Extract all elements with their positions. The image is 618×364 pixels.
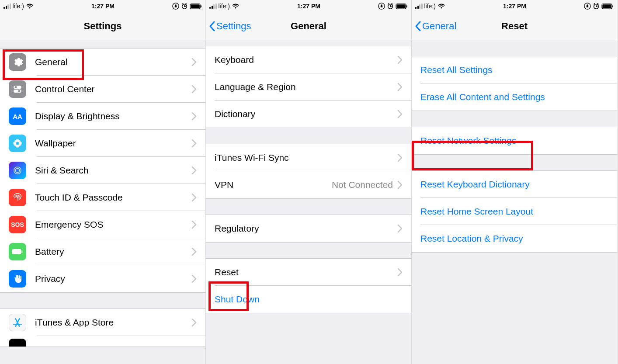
reset-screen: life:) 1:27 PM General Reset Reset All S… bbox=[412, 0, 618, 364]
settings-row-sos[interactable]: SOS Emergency SOS bbox=[0, 211, 205, 238]
general-row-keyboard[interactable]: Keyboard bbox=[206, 46, 411, 73]
reset-row-network[interactable]: Reset Network Settings bbox=[412, 127, 617, 154]
general-row-regulatory[interactable]: Regulatory bbox=[206, 215, 411, 242]
general-row-language[interactable]: Language & Region bbox=[206, 73, 411, 101]
reset-row-location-privacy[interactable]: Reset Location & Privacy bbox=[412, 225, 617, 252]
general-row-vpn[interactable]: VPN Not Connected bbox=[206, 171, 411, 198]
settings-row-itunes[interactable]: iTunes & App Store bbox=[0, 309, 205, 336]
row-label: Reset All Settings bbox=[420, 65, 608, 75]
signal-icon bbox=[3, 3, 11, 9]
settings-row-touchid[interactable]: Touch ID & Passcode bbox=[0, 184, 205, 211]
page-title: Settings bbox=[0, 21, 205, 32]
reset-row-home-layout[interactable]: Reset Home Screen Layout bbox=[412, 198, 617, 225]
nav-bar: General Reset bbox=[412, 12, 617, 40]
wifi-icon bbox=[232, 3, 240, 9]
row-label: Dictionary bbox=[215, 109, 397, 119]
row-label: Reset Network Settings bbox=[420, 135, 608, 146]
row-label: Wallpaper bbox=[35, 138, 191, 149]
wifi-icon bbox=[437, 3, 445, 9]
vpn-status-value: Not Connected bbox=[332, 180, 393, 190]
chevron-right-icon bbox=[397, 153, 403, 162]
back-label: General bbox=[422, 21, 456, 32]
alarm-icon bbox=[593, 3, 600, 10]
general-row-shutdown[interactable]: Shut Down bbox=[206, 286, 411, 313]
row-label: Privacy bbox=[35, 274, 191, 284]
row-label: Erase All Content and Settings bbox=[420, 92, 608, 102]
settings-row-siri[interactable]: Siri & Search bbox=[0, 157, 205, 184]
chevron-left-icon bbox=[208, 21, 215, 31]
settings-row-general[interactable]: General bbox=[0, 49, 205, 76]
row-label: Display & Brightness bbox=[35, 111, 191, 121]
reset-row-all-settings[interactable]: Reset All Settings bbox=[412, 56, 617, 83]
nav-bar: Settings General bbox=[206, 12, 411, 40]
rotation-lock-icon bbox=[584, 3, 591, 10]
reset-row-erase-all[interactable]: Erase All Content and Settings bbox=[412, 83, 617, 111]
status-bar: life:) 1:27 PM bbox=[412, 0, 617, 12]
chevron-right-icon bbox=[397, 110, 403, 118]
settings-screen: life:) 1:27 PM Settings General Control … bbox=[0, 0, 206, 364]
row-label: Reset bbox=[215, 267, 397, 277]
row-label: Regulatory bbox=[215, 223, 397, 234]
chevron-right-icon bbox=[191, 193, 197, 202]
chevron-right-icon bbox=[191, 166, 197, 175]
svg-rect-24 bbox=[12, 249, 21, 254]
brightness-icon: AA bbox=[9, 107, 26, 125]
chevron-right-icon bbox=[191, 318, 197, 327]
row-label: Battery bbox=[35, 246, 191, 257]
carrier-label: life:) bbox=[13, 3, 24, 10]
status-bar: life:) 1:27 PM bbox=[0, 0, 205, 12]
fingerprint-icon bbox=[9, 189, 26, 206]
status-time: 1:27 PM bbox=[297, 3, 320, 10]
back-button[interactable]: Settings bbox=[206, 21, 251, 32]
hand-icon bbox=[9, 270, 26, 288]
svg-point-10 bbox=[15, 86, 17, 88]
row-label: Shut Down bbox=[215, 294, 403, 305]
nav-bar: Settings bbox=[0, 12, 205, 40]
chevron-right-icon bbox=[397, 224, 403, 233]
svg-point-20 bbox=[18, 144, 21, 146]
row-label: Emergency SOS bbox=[35, 219, 191, 230]
chevron-right-icon bbox=[191, 58, 197, 66]
settings-row-partial[interactable] bbox=[0, 336, 205, 347]
general-row-dictionary[interactable]: Dictionary bbox=[206, 101, 411, 128]
row-label: Control Center bbox=[35, 84, 191, 94]
chevron-right-icon bbox=[397, 180, 403, 189]
siri-icon bbox=[9, 162, 26, 179]
back-button[interactable]: General bbox=[412, 21, 456, 32]
svg-rect-25 bbox=[21, 250, 23, 253]
settings-row-control-center[interactable]: Control Center bbox=[0, 76, 205, 103]
reset-row-keyboard-dict[interactable]: Reset Keyboard Dictionary bbox=[412, 171, 617, 198]
svg-point-19 bbox=[14, 144, 17, 146]
rotation-lock-icon bbox=[172, 3, 179, 10]
settings-row-battery[interactable]: Battery bbox=[0, 238, 205, 265]
general-row-reset[interactable]: Reset bbox=[206, 259, 411, 286]
flower-icon bbox=[9, 135, 26, 152]
battery-icon bbox=[9, 243, 26, 260]
general-screen: life:) 1:27 PM Settings General Keyboard… bbox=[206, 0, 412, 364]
settings-row-privacy[interactable]: Privacy bbox=[0, 265, 205, 292]
status-time: 1:27 PM bbox=[503, 3, 526, 10]
row-label: Language & Region bbox=[215, 82, 397, 92]
status-bar: life:) 1:27 PM bbox=[206, 0, 411, 12]
settings-row-display[interactable]: AA Display & Brightness bbox=[0, 103, 205, 130]
sos-icon: SOS bbox=[9, 216, 26, 233]
row-label: Reset Location & Privacy bbox=[420, 233, 608, 244]
chevron-right-icon bbox=[191, 220, 197, 229]
rotation-lock-icon bbox=[378, 3, 385, 10]
settings-row-wallpaper[interactable]: Wallpaper bbox=[0, 130, 205, 157]
chevron-left-icon bbox=[414, 21, 421, 31]
status-time: 1:27 PM bbox=[91, 3, 115, 10]
signal-icon bbox=[209, 3, 217, 9]
svg-point-17 bbox=[14, 140, 17, 142]
svg-point-12 bbox=[18, 90, 21, 92]
chevron-right-icon bbox=[191, 274, 197, 283]
row-label: Reset Home Screen Layout bbox=[420, 206, 608, 217]
chevron-right-icon bbox=[397, 55, 403, 64]
alarm-icon bbox=[387, 3, 394, 10]
general-row-itunes-wifi[interactable]: iTunes Wi-Fi Sync bbox=[206, 144, 411, 171]
svg-point-23 bbox=[16, 169, 20, 173]
chevron-right-icon bbox=[191, 139, 197, 148]
alarm-icon bbox=[181, 3, 188, 10]
gear-icon bbox=[9, 53, 26, 71]
battery-status-icon bbox=[190, 3, 202, 9]
